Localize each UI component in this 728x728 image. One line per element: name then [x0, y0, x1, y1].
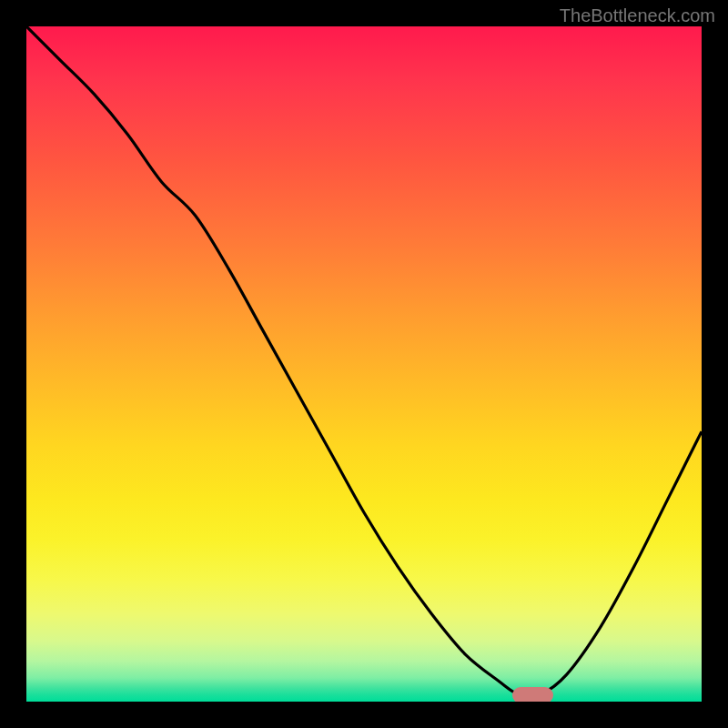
chart-curve-svg	[26, 26, 702, 702]
bottleneck-curve-path	[26, 26, 702, 697]
optimal-range-marker	[512, 687, 553, 702]
watermark-text: TheBottleneck.com	[560, 5, 715, 26]
chart-plot-area	[26, 26, 702, 702]
